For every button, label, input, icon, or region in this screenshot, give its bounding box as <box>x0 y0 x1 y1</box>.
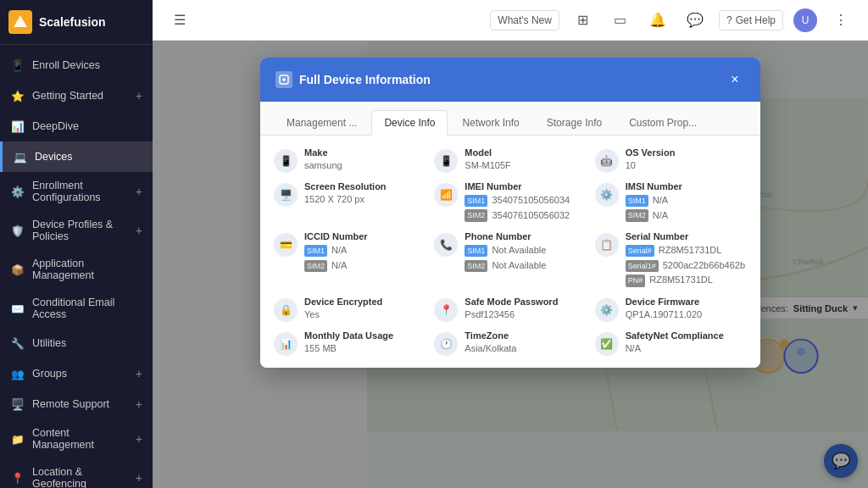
sidebar-item-remote-support[interactable]: 🖥️Remote Support+ <box>0 389 153 419</box>
info-icon-2: 🤖 <box>595 149 619 173</box>
apps-grid-icon[interactable]: ⊞ <box>570 7 597 34</box>
sidebar-item-device-profiles[interactable]: 🛡️Device Profiles & Policies+ <box>0 211 153 250</box>
sim-badge: Serial1# <box>626 260 659 272</box>
sidebar-item-label: Groups <box>32 368 67 380</box>
sim-badge: SIM1 <box>304 245 327 257</box>
sidebar-item-app-management[interactable]: 📦Application Management <box>0 250 153 289</box>
info-label-14: SafetyNet Compliance <box>626 330 747 341</box>
info-label-1: Model <box>465 147 586 158</box>
sidebar-item-location-geofencing[interactable]: 📍Location & Geofencing+ <box>0 458 153 488</box>
info-value-10: Psdf123456 <box>465 308 586 321</box>
info-label-5: IMSI Number <box>626 181 747 191</box>
info-content-4: IMEI NumberSIM1 354075105056034SIM2 3540… <box>465 181 586 223</box>
sidebar-item-plus-icon[interactable]: + <box>136 397 142 411</box>
info-content-6: ICCID NumberSIM1 N/ASIM2 N/A <box>304 231 426 273</box>
info-item-13: 🕐TimeZoneAsia/Kolkata <box>434 330 586 356</box>
sidebar-item-enroll-devices[interactable]: 📱Enroll Devices <box>0 50 153 80</box>
info-content-11: Device FirmwareQP1A.190711.020 <box>626 297 747 321</box>
info-value-line-7-0: SIM1 Not Available <box>465 243 586 258</box>
info-label-9: Device Encrypted <box>304 297 426 307</box>
sidebar-item-label: Application Management <box>32 258 142 281</box>
sidebar-item-deepdive[interactable]: 📊DeepDive <box>0 111 153 141</box>
info-item-1: 📱ModelSM-M105F <box>434 147 586 173</box>
info-content-2: OS Version10 <box>626 147 747 172</box>
info-value-5: SIM1 N/ASIM2 N/A <box>626 193 747 223</box>
tab-device-info[interactable]: Device Info <box>371 110 448 136</box>
sidebar-item-plus-icon[interactable]: + <box>136 185 142 198</box>
enrollment-configs-icon: ⚙️ <box>10 184 25 199</box>
info-label-7: Phone Number <box>465 231 586 241</box>
info-item-5: ⚙️IMSI NumberSIM1 N/ASIM2 N/A <box>595 181 747 223</box>
sidebar-menu: 📱Enroll Devices⭐Getting Started+📊DeepDiv… <box>0 45 153 488</box>
alert-icon[interactable]: 🔔 <box>644 7 671 34</box>
info-content-1: ModelSM-M105F <box>465 147 586 172</box>
modal-close-button[interactable]: × <box>725 69 745 90</box>
sidebar-item-label: Device Profiles & Policies <box>32 219 129 242</box>
tab-custom-prop[interactable]: Custom Prop... <box>616 110 709 135</box>
user-avatar[interactable]: U <box>793 8 817 32</box>
info-value-8: Serial# RZ8M51731DLSerial1# 5200ac22b66b… <box>626 243 747 288</box>
location-geofencing-icon: 📍 <box>10 470 25 485</box>
info-icon-7: 📞 <box>434 233 458 257</box>
info-item-6: 💳ICCID NumberSIM1 N/ASIM2 N/A <box>274 231 426 288</box>
info-icon-10: 📍 <box>434 298 458 322</box>
sidebar-item-conditional-email[interactable]: ✉️Conditional Email Access <box>0 289 153 328</box>
sidebar-item-getting-started[interactable]: ⭐Getting Started+ <box>0 80 153 111</box>
sim-badge: SIM2 <box>304 260 327 272</box>
sidebar-item-content-management[interactable]: 📁Content Management+ <box>0 419 153 458</box>
info-label-3: Screen Resolution <box>304 181 426 191</box>
sidebar-item-devices[interactable]: 💻Devices <box>0 141 153 172</box>
sidebar-item-label: Remote Support <box>32 398 109 410</box>
info-icon-4: 📶 <box>434 183 458 207</box>
modal-title: Full Device Information <box>275 71 431 88</box>
sidebar-item-plus-icon[interactable]: + <box>136 432 142 446</box>
info-content-10: Safe Mode PasswordPsdf123456 <box>465 297 586 321</box>
sidebar-item-plus-icon[interactable]: + <box>136 89 142 103</box>
sim-badge: SIM1 <box>465 195 487 207</box>
brand-name: Scalefusion <box>39 15 106 29</box>
info-value-3: 1520 X 720 px <box>304 193 426 206</box>
sidebar-item-label: Conditional Email Access <box>32 297 142 320</box>
sidebar-item-label: Enroll Devices <box>32 59 100 71</box>
info-value-line-6-0: SIM1 N/A <box>304 243 426 258</box>
info-label-12: Monthly Data Usage <box>304 330 426 341</box>
content-management-icon: 📁 <box>10 431 25 446</box>
get-help-button[interactable]: ? Get Help <box>719 10 783 30</box>
info-icon-14: ✅ <box>595 332 619 356</box>
sidebar-item-plus-icon[interactable]: + <box>136 224 142 237</box>
info-value-7: SIM1 Not AvailableSIM2 Not Available <box>465 243 586 273</box>
deepdive-icon: 📊 <box>10 119 25 134</box>
info-label-10: Safe Mode Password <box>465 297 586 307</box>
info-value-line-8-1: Serial1# 5200ac22b66b462b <box>626 258 747 274</box>
info-item-11: ⚙️Device FirmwareQP1A.190711.020 <box>595 297 747 322</box>
info-icon-0: 📱 <box>274 149 298 173</box>
sidebar-item-label: Content Management <box>32 427 129 451</box>
tab-storage-info[interactable]: Storage Info <box>534 110 615 135</box>
sidebar-item-groups[interactable]: 👥Groups+ <box>0 358 153 389</box>
info-value-2: 10 <box>626 159 747 172</box>
info-icon-11: ⚙️ <box>595 298 619 322</box>
whats-new-button[interactable]: What's New <box>490 10 559 30</box>
more-options-icon[interactable]: ⋮ <box>827 7 854 34</box>
cast-icon[interactable]: ▭ <box>607 7 634 34</box>
sim-badge: SIM1 <box>626 195 648 207</box>
sidebar-item-enrollment-configs[interactable]: ⚙️Enrollment Configurations+ <box>0 172 153 211</box>
chat-icon[interactable]: 💬 <box>682 7 709 34</box>
info-value-line-4-1: SIM2 354076105056032 <box>465 208 586 224</box>
info-value-line-4-0: SIM1 354075105056034 <box>465 193 586 208</box>
info-icon-13: 🕐 <box>434 332 458 356</box>
sim-badge: SIM1 <box>465 245 487 257</box>
sidebar-item-utilities[interactable]: 🔧Utilities <box>0 328 153 358</box>
devices-icon: 💻 <box>13 149 28 164</box>
sidebar-item-plus-icon[interactable]: + <box>136 367 142 380</box>
info-value-14: N/A <box>626 342 747 355</box>
sim-badge: SIM2 <box>626 209 648 221</box>
groups-icon: 👥 <box>10 366 25 381</box>
topbar: ☰ What's New ⊞ ▭ 🔔 💬 ? Get Help U ⋮ <box>153 0 868 41</box>
info-value-line-6-1: SIM2 N/A <box>304 258 426 274</box>
sidebar-item-plus-icon[interactable]: + <box>136 471 142 485</box>
main-content: ☰ What's New ⊞ ▭ 🔔 💬 ? Get Help U ⋮ Wagh… <box>153 0 868 488</box>
menu-icon[interactable]: ☰ <box>166 7 193 34</box>
tab-network-info[interactable]: Network Info <box>449 110 531 135</box>
tab-management[interactable]: Management ... <box>274 110 370 135</box>
